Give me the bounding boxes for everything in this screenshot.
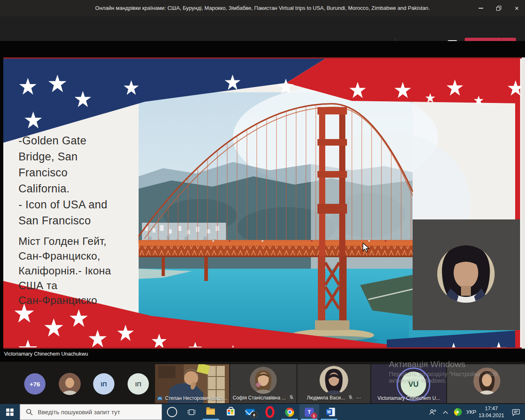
participant-avatar <box>320 366 348 395</box>
store-icon <box>227 409 235 415</box>
search-icon <box>26 409 33 415</box>
inset-presenter-video <box>413 219 520 330</box>
file-explorer-button[interactable] <box>201 404 221 420</box>
mouse-cursor <box>363 243 370 253</box>
initials-avatar[interactable]: ІП <box>93 373 114 395</box>
opera-icon <box>265 406 274 418</box>
window-titlebar: Онлайн мандрівки країнами: США, Бурунді,… <box>0 0 525 16</box>
participant-avatar <box>473 368 500 395</box>
tray-show-hidden-button[interactable] <box>440 404 451 420</box>
antivirus-icon <box>454 408 462 416</box>
start-button[interactable] <box>0 404 20 420</box>
search-input[interactable] <box>37 408 153 416</box>
participant-name: Степан Несторович Вадз... <box>165 395 227 401</box>
clock-time: 17:47 <box>479 405 504 412</box>
participant-filmstrip: +76 ІП ІП <box>0 362 525 404</box>
close-icon <box>515 5 519 12</box>
windows-logo-icon <box>6 409 14 416</box>
tray-people-button[interactable] <box>426 404 440 420</box>
participant-avatar <box>250 367 277 394</box>
tile-more-button[interactable]: ··· <box>356 395 361 401</box>
chrome-icon <box>285 408 294 417</box>
restore-icon <box>495 5 502 12</box>
participant-avatar[interactable] <box>59 373 81 395</box>
teams-notification-badge: 1 <box>311 413 317 419</box>
participant-name: Людмила Васи... <box>307 395 345 401</box>
tile-label-row: Софія Станіславівна ... <box>230 395 297 401</box>
close-button[interactable] <box>509 0 525 16</box>
task-view-button[interactable] <box>182 404 201 420</box>
shared-screen-stage: -Golden Gate Bridge, San Francisco Calif… <box>0 41 525 362</box>
action-center-button[interactable] <box>507 404 525 420</box>
tray-people-icon <box>429 408 437 416</box>
mail-button[interactable]: 8 <box>240 404 260 420</box>
clock-date: 13.04.2021 <box>479 412 504 419</box>
participant-name: Victoriamary Chinechem U... <box>377 395 440 401</box>
tile-label-row: Victoriamary Chinechem U... <box>371 395 446 401</box>
opera-button[interactable] <box>260 404 280 420</box>
action-center-icon <box>512 409 520 416</box>
mail-unread-badge: 8 <box>251 411 258 418</box>
participant-tile[interactable] <box>447 364 525 403</box>
initials-avatar[interactable]: ІП <box>128 373 149 395</box>
task-view-icon <box>187 409 196 416</box>
taskbar-search[interactable] <box>20 404 162 420</box>
slide-english-text: -Golden Gate Bridge, San Francisco Calif… <box>18 133 146 229</box>
participant-tile-speaking[interactable]: VU Victoriamary Chinechem U... <box>371 364 446 403</box>
chrome-button[interactable] <box>280 404 299 420</box>
participant-tile[interactable]: Софія Станіславівна ... <box>230 364 297 403</box>
cortana-button[interactable] <box>162 404 182 420</box>
teams-meeting-window: Онлайн мандрівки країнами: США, Бурунді,… <box>0 0 525 420</box>
participant-initials-avatar: VU <box>401 372 426 397</box>
window-title: Онлайн мандрівки країнами: США, Бурунді,… <box>0 0 525 16</box>
participant-tile[interactable]: Людмила Васи... ··· <box>297 364 370 403</box>
tile-logo-icon <box>158 396 162 401</box>
minimize-icon <box>479 8 483 9</box>
call-toolbar: 01:00:28 <box>0 16 525 41</box>
word-button[interactable] <box>319 404 339 420</box>
slide-ukrainian-text: Міст Голден Гейт, Сан-Франциско, Каліфор… <box>18 234 146 308</box>
participant-name: Софія Станіславівна ... <box>233 395 285 401</box>
presenter-avatar <box>413 219 520 330</box>
clock[interactable]: 17:47 13.04.2021 <box>477 404 506 420</box>
shared-window-edge <box>522 57 525 349</box>
windows-taskbar: 8 1 <box>0 404 525 420</box>
presentation-slide: -Golden Gate Bridge, San Francisco Calif… <box>3 57 522 349</box>
participant-tile-video[interactable]: Степан Несторович Вадз... <box>155 364 229 403</box>
cortana-icon <box>167 407 177 417</box>
word-icon <box>326 409 332 415</box>
antivirus-tray-button[interactable] <box>451 404 464 420</box>
teams-button-active[interactable]: 1 <box>299 404 319 420</box>
presenter-name-label: Victoriamary Chinechem Unachukwu <box>4 351 88 357</box>
tile-label-row: Степан Несторович Вадз... <box>155 395 229 401</box>
mic-muted-icon <box>348 395 353 401</box>
tile-label-row: Людмила Васи... ··· <box>297 395 370 401</box>
mic-muted-icon <box>289 395 294 401</box>
restore-button[interactable] <box>491 0 507 16</box>
overflow-participants-badge[interactable]: +76 <box>24 373 46 395</box>
chevron-up-icon <box>443 411 448 414</box>
minimize-button[interactable] <box>472 0 489 16</box>
microsoft-store-button[interactable] <box>221 404 240 420</box>
